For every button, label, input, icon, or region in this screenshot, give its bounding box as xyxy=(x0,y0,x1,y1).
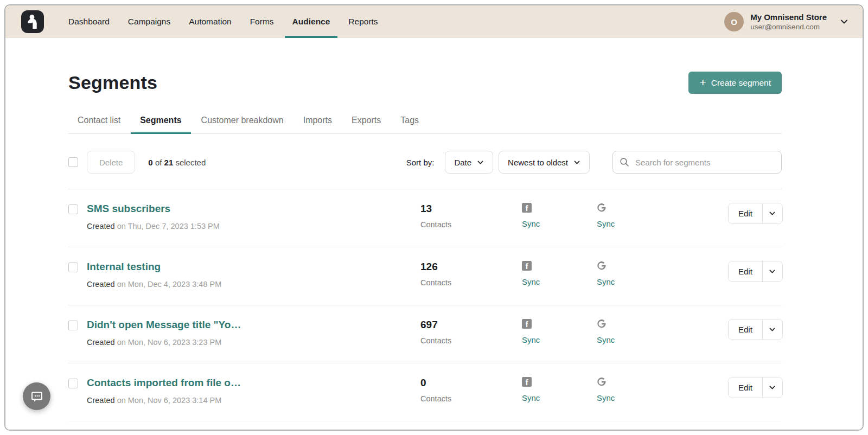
segment-name-cell: Internal testing Created on Mon, Dec 4, … xyxy=(87,261,420,289)
contacts-count: 126 xyxy=(420,261,522,273)
google-icon xyxy=(597,377,728,387)
sort-by-label: Sort by: xyxy=(406,158,435,167)
create-segment-label: Create segment xyxy=(711,78,771,88)
tab-customer-breakdown[interactable]: Customer breakdown xyxy=(192,116,293,134)
nav-item-campaigns[interactable]: Campaigns xyxy=(120,5,178,38)
edit-cell: Edit xyxy=(728,319,783,340)
sort-and-search: Sort by: Date Newest to oldest xyxy=(406,151,782,174)
contacts-cell: 126 Contacts xyxy=(420,261,522,287)
created-prefix: Created xyxy=(87,280,115,289)
edit-dropdown-button[interactable] xyxy=(762,203,782,223)
chat-bubble-icon xyxy=(30,389,44,404)
row-checkbox[interactable] xyxy=(68,204,78,214)
edit-dropdown-button[interactable] xyxy=(762,319,782,340)
chat-button[interactable] xyxy=(23,382,50,410)
tab-exports[interactable]: Exports xyxy=(342,116,390,134)
chevron-down-icon xyxy=(769,268,776,275)
created-date: on Mon, Dec 4, 2023 3:48 PM xyxy=(117,280,222,289)
store-email: user@omnisend.com xyxy=(750,23,827,31)
edit-dropdown-button[interactable] xyxy=(762,378,782,398)
edit-split-button: Edit xyxy=(728,203,783,224)
edit-button[interactable]: Edit xyxy=(729,261,762,282)
plus-icon: + xyxy=(699,76,706,88)
avatar-initial: O xyxy=(731,17,737,27)
segment-row: Internal testing Created on Mon, Dec 4, … xyxy=(68,247,782,305)
facebook-sync-link[interactable]: Sync xyxy=(522,393,597,402)
facebook-sync-cell: f Sync xyxy=(522,261,597,286)
facebook-sync-cell: f Sync xyxy=(522,319,597,344)
segment-name-cell: Contacts imported from file o… Created o… xyxy=(87,377,420,405)
row-checkbox[interactable] xyxy=(68,263,78,272)
segment-name-link[interactable]: Contacts imported from file o… xyxy=(87,377,241,389)
tab-imports[interactable]: Imports xyxy=(294,116,341,134)
google-icon xyxy=(597,319,728,329)
chevron-down-icon xyxy=(477,159,484,166)
contacts-label: Contacts xyxy=(420,220,522,229)
omnisend-logo-icon xyxy=(21,10,44,34)
segment-name-cell: Didn't open Message title "Yo… Created o… xyxy=(87,319,420,347)
chevron-down-icon xyxy=(769,326,776,333)
edit-cell: Edit xyxy=(728,377,783,398)
edit-button[interactable]: Edit xyxy=(729,319,762,340)
selection-status: 0 of 21 selected xyxy=(148,158,206,167)
facebook-sync-link[interactable]: Sync xyxy=(522,335,597,344)
omnisend-logo[interactable] xyxy=(21,10,44,34)
edit-cell: Edit xyxy=(728,203,783,224)
nav-item-dashboard[interactable]: Dashboard xyxy=(61,5,117,38)
create-segment-button[interactable]: + Create segment xyxy=(688,72,782,94)
total-count: 21 xyxy=(164,158,174,167)
selected-count: 0 xyxy=(148,158,152,167)
edit-button[interactable]: Edit xyxy=(729,378,762,398)
select-all-checkbox[interactable] xyxy=(68,157,78,167)
segment-created: Created on Mon, Dec 4, 2023 3:48 PM xyxy=(87,280,420,289)
avatar: O xyxy=(724,12,744,31)
delete-button[interactable]: Delete xyxy=(87,151,135,174)
segment-name-link[interactable]: Didn't open Message title "Yo… xyxy=(87,319,241,331)
chevron-down-icon xyxy=(769,384,776,391)
google-sync-link[interactable]: Sync xyxy=(597,335,728,344)
sort-field-dropdown[interactable]: Date xyxy=(445,151,493,174)
created-prefix: Created xyxy=(87,338,115,347)
store-name: My Omnisend Store xyxy=(750,12,827,22)
tab-tags[interactable]: Tags xyxy=(391,116,428,134)
segment-created: Created on Mon, Nov 6, 2023 3:23 PM xyxy=(87,338,420,347)
segment-list: SMS subscribers Created on Thu, Dec 7, 2… xyxy=(68,189,782,421)
segment-name-link[interactable]: SMS subscribers xyxy=(87,203,170,215)
google-sync-link[interactable]: Sync xyxy=(597,219,728,228)
edit-cell: Edit xyxy=(728,261,783,282)
search-box xyxy=(612,151,782,174)
title-row: Segments + Create segment xyxy=(68,72,782,94)
tab-segments[interactable]: Segments xyxy=(131,116,190,134)
contacts-cell: 697 Contacts xyxy=(420,319,522,345)
edit-split-button: Edit xyxy=(728,377,783,398)
segment-name-cell: SMS subscribers Created on Thu, Dec 7, 2… xyxy=(87,203,420,231)
account-menu[interactable]: O My Omnisend Store user@omnisend.com xyxy=(724,5,848,38)
created-prefix: Created xyxy=(87,396,115,405)
contacts-label: Contacts xyxy=(420,336,522,345)
row-checkbox[interactable] xyxy=(68,379,78,388)
nav-item-audience[interactable]: Audience xyxy=(285,5,338,38)
nav-item-automation[interactable]: Automation xyxy=(181,5,239,38)
google-icon xyxy=(597,261,728,271)
selected-label: selected xyxy=(175,158,206,167)
main-nav: Dashboard Campaigns Automation Forms Aud… xyxy=(61,5,386,38)
contacts-cell: 13 Contacts xyxy=(420,203,522,229)
edit-button[interactable]: Edit xyxy=(729,203,762,223)
facebook-sync-link[interactable]: Sync xyxy=(522,277,597,286)
row-checkbox[interactable] xyxy=(68,321,78,330)
tab-contact-list[interactable]: Contact list xyxy=(68,116,130,134)
nav-item-forms[interactable]: Forms xyxy=(242,5,282,38)
nav-item-reports[interactable]: Reports xyxy=(341,5,385,38)
search-input[interactable] xyxy=(612,151,782,174)
contacts-count: 0 xyxy=(420,377,522,389)
facebook-icon: f xyxy=(522,319,597,329)
google-sync-link[interactable]: Sync xyxy=(597,393,728,402)
facebook-sync-link[interactable]: Sync xyxy=(522,219,597,228)
segment-name-link[interactable]: Internal testing xyxy=(87,261,161,273)
sort-order-dropdown[interactable]: Newest to oldest xyxy=(499,151,590,174)
facebook-sync-cell: f Sync xyxy=(522,203,597,228)
created-date: on Mon, Nov 6, 2023 3:14 PM xyxy=(117,396,222,405)
main-content: Segments + Create segment Contact list S… xyxy=(5,38,863,430)
edit-dropdown-button[interactable] xyxy=(762,261,782,282)
google-sync-link[interactable]: Sync xyxy=(597,277,728,286)
